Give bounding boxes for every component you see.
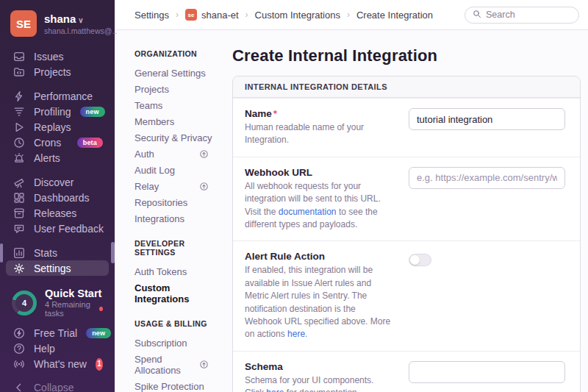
settings-nav-header: ORGANIZATION	[135, 49, 220, 58]
sidebar-item-help[interactable]: Help	[6, 341, 109, 356]
required-asterisk: *	[273, 108, 277, 119]
search-box[interactable]	[465, 7, 579, 24]
settings-nav-section: DEVELOPER SETTINGSAuth TokensCustom Inte…	[135, 239, 220, 307]
sidebar-nav: IssuesProjectsPerformanceProfilingnewRep…	[0, 46, 115, 285]
upsell-icon	[199, 360, 209, 369]
upsell-icon	[199, 182, 209, 191]
scrollbar-thumb-left[interactable]	[0, 243, 3, 263]
field-textarea[interactable]	[409, 361, 565, 383]
sidebar-item-issues[interactable]: Issues	[6, 49, 109, 64]
help-text: .	[305, 329, 307, 339]
breadcrumb-custom-integrations[interactable]: Custom Integrations	[255, 10, 340, 21]
sidebar-item-label: Replays	[34, 121, 71, 133]
breadcrumb-label: shana-et	[201, 10, 239, 21]
avatar[interactable]: SE	[10, 10, 37, 37]
field-left: SchemaSchema for your UI components. Cli…	[245, 361, 409, 392]
sidebar-item-stats[interactable]: Stats	[6, 245, 109, 260]
search-input[interactable]	[486, 10, 571, 20]
help-link[interactable]: here	[287, 329, 305, 339]
field-left: Name*Human readable name of your Integra…	[245, 108, 409, 147]
field-input[interactable]	[409, 167, 565, 189]
field-input[interactable]	[409, 108, 565, 130]
settings-nav-item-audit-log[interactable]: Audit Log	[135, 162, 220, 178]
settings-icon	[13, 263, 25, 274]
field-label: Webhook URL	[245, 167, 391, 178]
sidebar-group: IssuesProjects	[6, 49, 109, 79]
field-help: Schema for your UI components. Click her…	[245, 374, 391, 392]
settings-nav-item-label: Relay	[135, 181, 159, 192]
dashboards-icon	[13, 192, 25, 204]
quick-start-count: 4	[15, 294, 33, 312]
settings-nav-item-repositories[interactable]: Repositories	[135, 194, 220, 210]
sidebar-item-label: Issues	[34, 51, 63, 63]
breadcrumb-shana-et[interactable]: seshana-et	[185, 9, 239, 21]
field-label: Schema	[245, 361, 391, 372]
settings-nav-item-integrations[interactable]: Integrations	[135, 210, 220, 227]
org-avatar-chip: se	[185, 9, 197, 21]
sidebar-item-projects[interactable]: Projects	[6, 64, 109, 79]
settings-nav-item-members[interactable]: Members	[135, 113, 220, 129]
quick-start-subtitle: 4 Remaining tasks	[45, 300, 95, 318]
help-link[interactable]: documentation	[279, 207, 337, 217]
sidebar-item-profiling[interactable]: Profilingnew	[6, 104, 109, 119]
settings-nav-item-custom-integrations[interactable]: Custom Integrations	[135, 279, 220, 307]
help-link[interactable]: here	[266, 388, 284, 392]
quick-start-progress-ring: 4	[12, 291, 37, 316]
user-name: shana∨	[44, 13, 118, 26]
topbar: Settings›seshana-et›Custom Integrations›…	[115, 0, 588, 30]
breadcrumb: Settings›seshana-et›Custom Integrations›…	[135, 9, 433, 21]
help-text: If enabled, this integration will be ava…	[245, 265, 390, 339]
settings-nav: ORGANIZATIONGeneral SettingsProjectsTeam…	[115, 30, 220, 392]
sidebar-item-dashboards[interactable]: Dashboards	[6, 190, 109, 205]
sidebar-group: DiscoverDashboardsReleasesUser Feedback	[6, 174, 109, 236]
sidebar-item-label: Profiling	[34, 106, 71, 118]
settings-nav-item-security-privacy[interactable]: Security & Privacy	[135, 129, 220, 146]
whats-new-icon	[13, 358, 25, 370]
collapse-button[interactable]: Collapse	[6, 379, 109, 392]
sidebar-item-alerts[interactable]: Alerts	[6, 150, 109, 165]
projects-icon	[13, 66, 25, 78]
sidebar-item-label: Free Trial	[34, 327, 77, 339]
user-menu[interactable]: SE shana∨ shana.l.matthews@…	[0, 0, 115, 46]
settings-nav-item-auth[interactable]: Auth	[135, 146, 220, 162]
sidebar-item-settings[interactable]: Settings	[6, 260, 109, 276]
sidebar-item-discover[interactable]: Discover	[6, 174, 109, 190]
settings-nav-item-relay[interactable]: Relay	[135, 178, 220, 194]
replays-icon	[13, 121, 25, 133]
settings-nav-item-auth-tokens[interactable]: Auth Tokens	[135, 263, 220, 279]
sidebar-item-label: Help	[34, 343, 55, 354]
chevron-down-icon: ∨	[78, 16, 83, 24]
settings-nav-item-teams[interactable]: Teams	[135, 97, 220, 113]
toggle-switch[interactable]	[409, 254, 431, 266]
sidebar-item-free-trial[interactable]: Free Trialnew	[6, 325, 109, 341]
settings-nav-item-spend-allocations[interactable]: Spend Allocations	[135, 351, 220, 378]
crons-icon	[13, 137, 25, 149]
sidebar-item-crons[interactable]: Cronsbeta	[6, 135, 109, 150]
settings-nav-item-subscription[interactable]: Subscription	[135, 335, 220, 351]
field-label: Alert Rule Action	[245, 251, 391, 262]
settings-nav-item-general-settings[interactable]: General Settings	[135, 65, 220, 81]
breadcrumb-create-integration[interactable]: Create Integration	[356, 10, 433, 21]
sidebar-item-releases[interactable]: Releases	[6, 205, 109, 221]
sidebar-item-replays[interactable]: Replays	[6, 119, 109, 135]
sidebar-item-label: Dashboards	[34, 192, 90, 204]
quick-start[interactable]: 4 Quick Start 4 Remaining tasks	[6, 285, 109, 325]
breadcrumb-label: Create Integration	[356, 10, 433, 21]
field-row-alert-rule-action: Alert Rule ActionIf enabled, this integr…	[233, 240, 580, 350]
sidebar-item-label: Alerts	[34, 152, 60, 164]
breadcrumb-settings[interactable]: Settings	[135, 10, 169, 21]
performance-icon	[13, 90, 25, 102]
settings-nav-item-projects[interactable]: Projects	[135, 81, 220, 97]
settings-nav-item-label: Audit Log	[135, 165, 175, 176]
sidebar-footer-items: Free TrialnewHelpWhat's new1	[6, 325, 109, 372]
settings-nav-header: DEVELOPER SETTINGS	[135, 239, 220, 257]
settings-nav-item-label: General Settings	[135, 68, 206, 79]
settings-nav-item-spike-protection[interactable]: Spike Protection	[135, 378, 220, 392]
field-help: All webhook requests for your integratio…	[245, 180, 391, 232]
sidebar-item-performance[interactable]: Performance	[6, 88, 109, 104]
sidebar-item-user-feedback[interactable]: User Feedback	[6, 221, 109, 236]
scrollbar-thumb-right[interactable]	[111, 242, 115, 263]
settings-nav-item-label: Custom Integrations	[135, 282, 220, 304]
sidebar-item-what-s-new[interactable]: What's new1	[6, 356, 109, 372]
sidebar-item-label: User Feedback	[34, 223, 104, 235]
